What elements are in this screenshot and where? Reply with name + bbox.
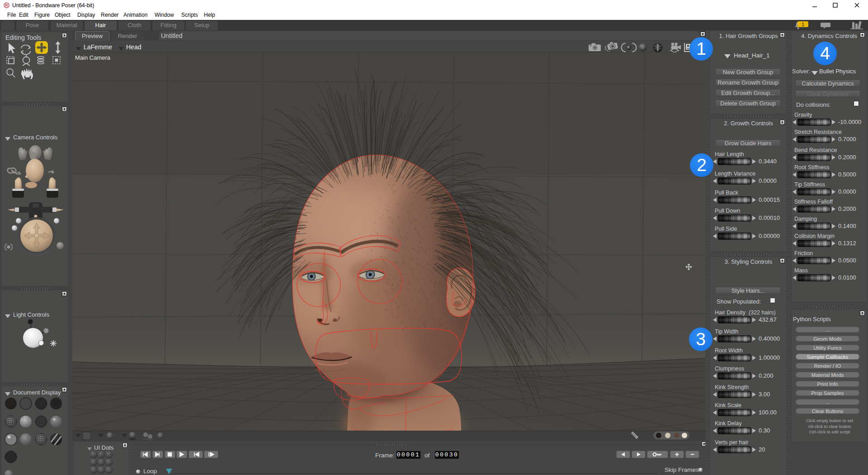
svg-text:1: 1 bbox=[802, 22, 804, 27]
